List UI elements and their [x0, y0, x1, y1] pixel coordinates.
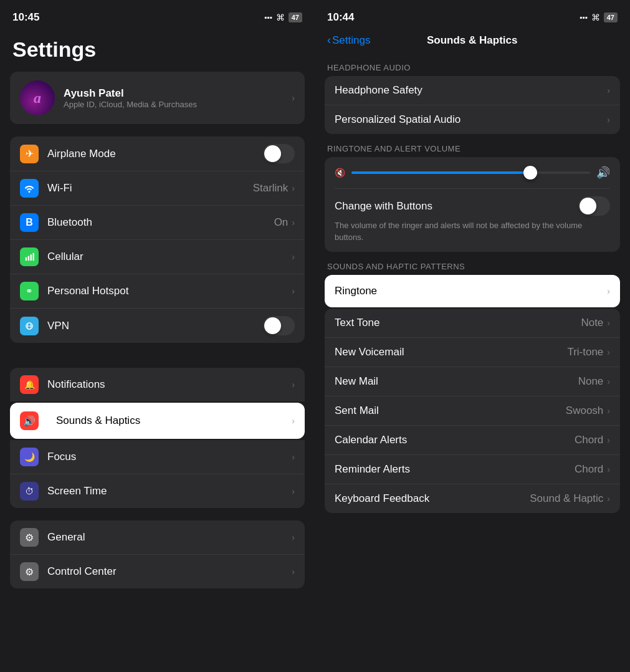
new-voicemail-label: New Voicemail	[335, 346, 567, 358]
wifi-value: Starlink	[253, 182, 289, 194]
back-label: Settings	[332, 34, 370, 47]
general-icon: ⚙	[20, 528, 39, 547]
headphone-safety-row[interactable]: Headphone Safety ›	[325, 76, 620, 105]
spatial-audio-chevron: ›	[607, 115, 610, 125]
spatial-audio-row[interactable]: Personalized Spatial Audio ›	[325, 105, 620, 134]
sounds-label: Sounds & Haptics	[56, 415, 283, 427]
vpn-toggle[interactable]	[263, 316, 295, 335]
notifications-chevron: ›	[292, 380, 295, 390]
back-chevron-icon: ‹	[327, 34, 331, 47]
text-tone-row[interactable]: Text Tone Note ›	[325, 309, 620, 338]
ringtone-volume-header: RINGTONE AND ALERT VOLUME	[315, 134, 630, 157]
time-right: 10:44	[327, 11, 354, 24]
ringtone-row[interactable]: Ringtone ›	[325, 275, 620, 307]
settings-row-focus[interactable]: 🌙 Focus ›	[10, 440, 305, 474]
settings-row-cellular[interactable]: Cellular ›	[10, 240, 305, 274]
hotspot-label: Personal Hotspot	[47, 285, 292, 297]
settings-row-screentime[interactable]: ⏱ Screen Time ›	[10, 474, 305, 508]
hint-text-container: The volume of the ringer and alerts will…	[335, 216, 610, 243]
chevron-icon: ›	[292, 93, 295, 103]
status-icons-right: ▪▪▪ ⌘ 47	[580, 12, 618, 22]
wifi-chevron: ›	[292, 183, 295, 193]
back-button[interactable]: ‹ Settings	[327, 34, 370, 47]
settings-row-sounds[interactable]: 🔊 Sounds & Haptics ›	[10, 403, 305, 439]
bluetooth-label: Bluetooth	[47, 216, 274, 229]
hint-text: The volume of the ringer and alerts will…	[335, 217, 582, 242]
status-bar-left: 10:45 ▪▪▪ ⌘ 47	[0, 0, 315, 31]
change-buttons-toggle[interactable]	[578, 196, 610, 216]
profile-row[interactable]: a Ayush Patel Apple ID, iCloud, Media & …	[10, 72, 305, 124]
reminder-alerts-value: Chord	[575, 463, 603, 476]
general-label: General	[47, 531, 292, 544]
keyboard-feedback-label: Keyboard Feedback	[335, 492, 530, 505]
focus-chevron: ›	[292, 452, 295, 462]
profile-name: Ayush Patel	[64, 87, 283, 100]
sent-mail-row[interactable]: Sent Mail Swoosh ›	[325, 396, 620, 426]
ringtone-chevron: ›	[607, 286, 610, 296]
calendar-alerts-value: Chord	[575, 434, 603, 446]
new-mail-row[interactable]: New Mail None ›	[325, 367, 620, 396]
sounds-chevron: ›	[292, 416, 295, 426]
general-chevron: ›	[292, 532, 295, 542]
vpn-icon	[20, 317, 39, 335]
calendar-alerts-row[interactable]: Calendar Alerts Chord ›	[325, 426, 620, 455]
svg-rect-0	[26, 257, 27, 261]
airplane-icon: ✈	[20, 145, 39, 163]
screentime-chevron: ›	[292, 486, 295, 496]
vpn-label: VPN	[47, 320, 263, 332]
settings-row-controlcenter[interactable]: ⚙ Control Center ›	[10, 555, 305, 588]
notifications-group: 🔔 Notifications ›	[10, 368, 305, 401]
svg-rect-1	[28, 256, 29, 261]
headphone-audio-group: Headphone Safety › Personalized Spatial …	[325, 76, 620, 134]
keyboard-feedback-row[interactable]: Keyboard Feedback Sound & Haptic ›	[325, 484, 620, 513]
settings-row-general[interactable]: ⚙ General ›	[10, 521, 305, 555]
new-voicemail-row[interactable]: New Voicemail Tri-tone ›	[325, 338, 620, 367]
settings-row-airplane[interactable]: ✈ Airplane Mode	[10, 137, 305, 171]
sounds-list-group: Text Tone Note › New Voicemail Tri-tone …	[325, 309, 620, 513]
new-voicemail-value: Tri-tone	[567, 346, 603, 358]
bluetooth-icon: B	[20, 213, 39, 232]
battery-icon: 47	[289, 12, 302, 22]
keyboard-feedback-value: Sound & Haptic	[530, 492, 603, 505]
cellular-chevron: ›	[292, 252, 295, 262]
profile-subtitle: Apple ID, iCloud, Media & Purchases	[64, 100, 283, 109]
settings-row-notifications[interactable]: 🔔 Notifications ›	[10, 368, 305, 401]
left-panel: 10:45 ▪▪▪ ⌘ 47 Settings a Ayush Patel Ap…	[0, 0, 315, 672]
slider-fill	[351, 171, 530, 174]
volume-section: 🔇 🔊 Change with Buttons The volume of th…	[325, 157, 620, 252]
settings-row-bluetooth[interactable]: B Bluetooth On ›	[10, 206, 305, 240]
spatial-audio-label: Personalized Spatial Audio	[335, 113, 607, 126]
profile-info: Ayush Patel Apple ID, iCloud, Media & Pu…	[64, 87, 283, 109]
battery-icon-right: 47	[604, 12, 618, 22]
volume-slider[interactable]	[351, 171, 590, 174]
cellular-label: Cellular	[47, 251, 292, 263]
airplane-label: Airplane Mode	[47, 148, 263, 160]
sounds-haptic-header: SOUNDS AND HAPTIC PATTERNS	[315, 252, 630, 275]
bluetooth-chevron: ›	[292, 218, 295, 228]
airplane-toggle[interactable]	[263, 144, 295, 163]
settings-row-vpn[interactable]: VPN	[10, 309, 305, 343]
focus-screentime-group: 🌙 Focus › ⏱ Screen Time ›	[10, 440, 305, 508]
text-tone-value: Note	[581, 317, 603, 329]
settings-row-wifi[interactable]: Wi-Fi Starlink ›	[10, 171, 305, 206]
wifi-icon-right: ⌘	[591, 12, 600, 22]
settings-group-general: ⚙ General › ⚙ Control Center ›	[10, 521, 305, 588]
calendar-alerts-chevron: ›	[607, 435, 610, 445]
reminder-alerts-label: Reminder Alerts	[335, 463, 575, 476]
sounds-icon: 🔊	[20, 411, 39, 430]
status-bar-right: 10:44 ▪▪▪ ⌘ 47	[315, 0, 630, 31]
new-voicemail-chevron: ›	[607, 347, 610, 357]
headphone-safety-label: Headphone Safety	[335, 84, 607, 97]
headphone-audio-header: HEADPHONE AUDIO	[315, 53, 630, 76]
cellular-icon	[20, 247, 39, 266]
sent-mail-chevron: ›	[607, 406, 610, 416]
time-left: 10:45	[12, 11, 39, 24]
volume-low-icon: 🔇	[335, 168, 345, 178]
slider-thumb[interactable]	[523, 166, 537, 180]
wifi-label: Wi-Fi	[47, 182, 253, 194]
status-icons-left: ▪▪▪ ⌘ 47	[264, 12, 302, 22]
keyboard-feedback-chevron: ›	[607, 494, 610, 504]
reminder-alerts-row[interactable]: Reminder Alerts Chord ›	[325, 455, 620, 484]
settings-row-hotspot[interactable]: ⚭ Personal Hotspot ›	[10, 274, 305, 309]
page-title-settings: Settings	[0, 31, 315, 72]
